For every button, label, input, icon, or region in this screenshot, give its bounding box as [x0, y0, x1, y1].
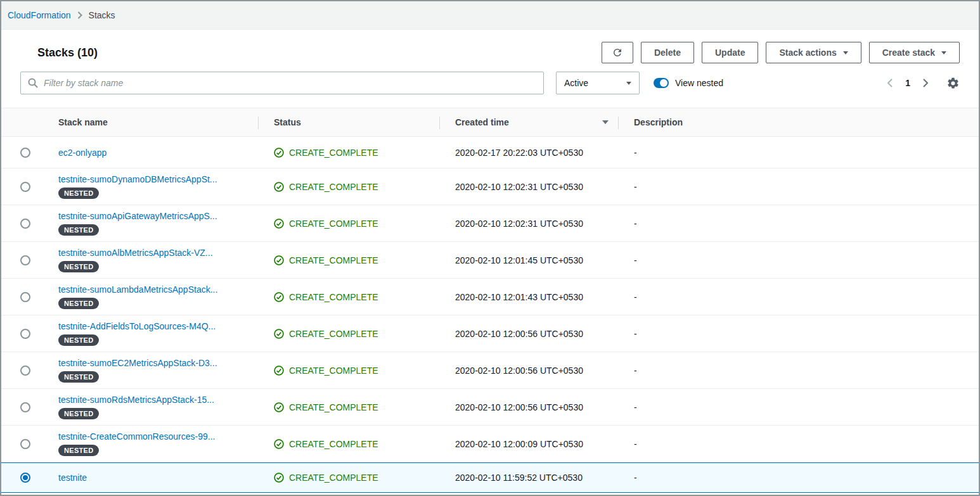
status-filter-value: Active: [564, 78, 588, 88]
cloudformation-stacks-page: CloudFormation Stacks Stacks (10) Delete…: [0, 0, 980, 496]
description-cell: -: [619, 329, 979, 339]
status-success-icon: [274, 292, 284, 302]
toolbar: Delete Update Stack actions Create stack: [602, 42, 960, 63]
stack-actions-label: Stack actions: [779, 48, 836, 58]
toggle-knob: [660, 79, 667, 87]
status-filter-select[interactable]: Active: [556, 72, 640, 94]
pagination-page-number[interactable]: 1: [905, 78, 910, 88]
description-cell: -: [619, 255, 979, 265]
sort-descending-icon[interactable]: [602, 120, 609, 124]
created-time: 2020-02-10 12:00:56 UTC+0530: [440, 366, 619, 376]
column-header-created-time[interactable]: Created time: [440, 108, 619, 136]
preferences-button[interactable]: [946, 77, 960, 90]
stack-name-link[interactable]: testnite-CreateCommonResources-99...: [58, 431, 215, 442]
caret-down-icon: [843, 51, 848, 54]
description-cell: -: [619, 439, 979, 449]
row-select-cell: [8, 219, 43, 229]
status-cell: CREATE_COMPLETE: [259, 473, 440, 483]
row-select-radio[interactable]: [20, 292, 30, 302]
column-header-description[interactable]: Description: [619, 108, 979, 136]
row-select-radio[interactable]: [20, 439, 30, 449]
row-select-radio[interactable]: [20, 366, 30, 376]
table-row[interactable]: testnite-sumoApiGatewayMetricsAppS... NE…: [1, 205, 979, 242]
stack-name-link[interactable]: testnite-sumoLambdaMetricsAppStack...: [58, 284, 217, 295]
status-success-icon: [274, 402, 284, 412]
stack-name-link[interactable]: testnite-AddFieldsToLogSources-M4Q...: [58, 321, 216, 331]
table-row[interactable]: testnite-CreateCommonResources-99... NES…: [1, 426, 979, 462]
table-row[interactable]: testnite-AddFieldsToLogSources-M4Q... NE…: [1, 315, 979, 352]
row-select-cell: [8, 473, 43, 483]
row-select-radio[interactable]: [20, 148, 30, 158]
status-cell: CREATE_COMPLETE: [259, 148, 440, 158]
stack-name-link[interactable]: testnite-sumoEC2MetricsAppStack-D3...: [58, 358, 217, 368]
pagination-next-button[interactable]: [922, 77, 930, 89]
stack-filter: [20, 72, 544, 94]
status-text: CREATE_COMPLETE: [289, 292, 378, 302]
table-row[interactable]: ec2-onlyapp CREATE_COMPLETE 2020-02-17 2…: [1, 137, 979, 169]
stack-name-cell: testnite-sumoDynamoDBMetricsAppSt... NES…: [43, 174, 259, 199]
description-cell: -: [619, 292, 979, 302]
breadcrumb-chevron-icon: [77, 11, 82, 19]
status-cell: CREATE_COMPLETE: [259, 255, 440, 265]
stack-count: (10): [77, 46, 98, 59]
description-cell: -: [619, 148, 979, 158]
created-time: 2020-02-10 12:02:31 UTC+0530: [440, 219, 619, 229]
stack-name-cell: testnite-sumoEC2MetricsAppStack-D3... NE…: [43, 358, 259, 383]
column-header-status[interactable]: Status: [259, 108, 440, 136]
stack-name-link[interactable]: testnite: [58, 473, 87, 483]
stack-name-link[interactable]: testnite-sumoRdsMetricsAppStack-15...: [58, 395, 214, 405]
update-button[interactable]: Update: [702, 42, 758, 63]
page-title: Stacks (10): [37, 46, 98, 60]
nested-badge: NESTED: [58, 261, 99, 272]
stack-name-cell: testnite-CreateCommonResources-99... NES…: [43, 431, 259, 456]
stack-filter-input[interactable]: [20, 72, 544, 94]
refresh-button[interactable]: [602, 42, 633, 63]
pagination-prev-button[interactable]: [886, 77, 894, 89]
row-select-radio[interactable]: [20, 473, 30, 483]
row-select-radio[interactable]: [20, 402, 30, 412]
nested-badge: NESTED: [58, 371, 99, 383]
status-success-icon: [274, 366, 284, 376]
column-header-stack-name[interactable]: Stack name: [43, 108, 259, 136]
status-cell: CREATE_COMPLETE: [259, 219, 440, 229]
stack-name-link[interactable]: testnite-sumoApiGatewayMetricsAppS...: [58, 211, 217, 221]
breadcrumb-cloudformation-link[interactable]: CloudFormation: [8, 10, 71, 20]
stack-actions-button[interactable]: Stack actions: [766, 42, 861, 63]
table-header-row: Stack name Status Created time Descripti…: [1, 108, 979, 137]
status-text: CREATE_COMPLETE: [289, 366, 378, 376]
table-row[interactable]: testnite-sumoDynamoDBMetricsAppSt... NES…: [1, 169, 979, 205]
row-select-radio[interactable]: [20, 329, 30, 339]
delete-button[interactable]: Delete: [641, 42, 694, 63]
status-cell: CREATE_COMPLETE: [259, 402, 440, 412]
row-select-radio[interactable]: [20, 182, 30, 192]
status-text: CREATE_COMPLETE: [289, 255, 378, 265]
table-row[interactable]: testnite-sumoRdsMetricsAppStack-15... NE…: [1, 389, 979, 426]
view-nested-label: View nested: [675, 78, 723, 88]
table-row[interactable]: testnite-sumoAlbMetricsAppStack-VZ... NE…: [1, 242, 979, 279]
status-text: CREATE_COMPLETE: [289, 182, 378, 192]
created-time: 2020-02-17 20:22:03 UTC+0530: [440, 148, 619, 158]
stack-name-cell: testnite-sumoRdsMetricsAppStack-15... NE…: [43, 395, 259, 419]
nested-badge: NESTED: [58, 445, 99, 456]
status-text: CREATE_COMPLETE: [289, 402, 378, 412]
row-select-cell: [8, 366, 43, 376]
row-select-radio[interactable]: [20, 255, 30, 265]
stack-name-link[interactable]: testnite-sumoAlbMetricsAppStack-VZ...: [58, 248, 213, 258]
status-text: CREATE_COMPLETE: [289, 148, 378, 158]
table-row[interactable]: testnite-sumoLambdaMetricsAppStack... NE…: [1, 279, 979, 315]
row-select-radio[interactable]: [20, 219, 30, 229]
stack-name-link[interactable]: testnite-sumoDynamoDBMetricsAppSt...: [58, 174, 217, 184]
row-select-cell: [8, 402, 43, 412]
page-title-text: Stacks: [37, 46, 74, 59]
status-cell: CREATE_COMPLETE: [259, 329, 440, 339]
view-nested-control: View nested: [654, 78, 723, 88]
create-stack-button[interactable]: Create stack: [869, 42, 960, 63]
status-success-icon: [274, 473, 284, 483]
table-row[interactable]: testnite CREATE_COMPLETE 2020-02-10 11:5…: [1, 462, 979, 493]
view-nested-toggle[interactable]: [654, 78, 669, 88]
table-row[interactable]: testnite-sumoEC2MetricsAppStack-D3... NE…: [1, 352, 979, 389]
created-time: 2020-02-10 12:01:45 UTC+0530: [440, 255, 619, 265]
gear-icon: [946, 77, 960, 90]
pagination: 1: [886, 77, 930, 89]
stack-name-link[interactable]: ec2-onlyapp: [58, 148, 106, 158]
